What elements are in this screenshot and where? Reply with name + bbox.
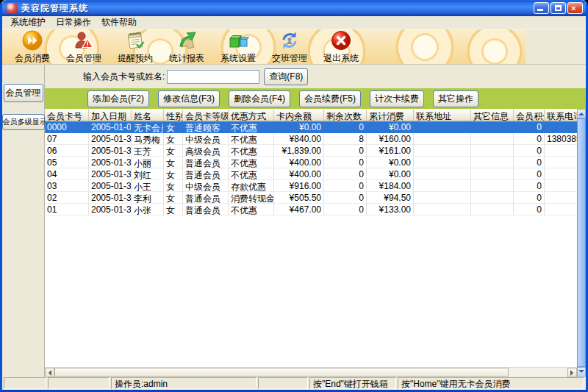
cell: 02 bbox=[45, 192, 89, 204]
sidebar-member-manage-button[interactable]: 会员管理 bbox=[4, 84, 43, 102]
cell: 李利 bbox=[132, 192, 164, 204]
status-operator: 操作员:admin bbox=[111, 377, 257, 389]
cell: 01 bbox=[45, 204, 89, 215]
add-member-button[interactable]: 添加会员(F2) bbox=[87, 90, 149, 107]
count-card-renew-button[interactable]: 计次卡续费 bbox=[370, 90, 424, 107]
cell bbox=[471, 145, 514, 157]
close-button[interactable]: × bbox=[567, 2, 583, 14]
column-header-total-spent[interactable]: 累计消费 bbox=[367, 109, 414, 121]
toolbar-member-consume[interactable]: 会员消费 bbox=[7, 29, 58, 65]
column-header-other-info[interactable]: 其它信息 bbox=[471, 109, 514, 121]
cell: 不优惠 bbox=[229, 121, 274, 133]
member-manage-icon bbox=[73, 29, 95, 51]
cell: 高级会员 bbox=[183, 145, 229, 157]
cell: ¥184.00 bbox=[367, 180, 414, 192]
table-row[interactable]: 042005-01-31刘红女普通会员不优惠¥400.000¥0.000 bbox=[45, 168, 577, 180]
cell bbox=[545, 168, 577, 180]
cell: 0 bbox=[514, 204, 545, 215]
table-row[interactable]: 032005-01-31小王女中级会员存款优惠¥916.000¥184.000 bbox=[45, 180, 577, 192]
toolbar-system-settings[interactable]: 系统设置 bbox=[212, 29, 264, 65]
maximize-button[interactable] bbox=[551, 2, 566, 14]
cell: 不优惠 bbox=[229, 204, 274, 215]
cell: ¥840.00 bbox=[274, 133, 324, 145]
member-table: 会员卡号 加入日期 姓名 性别 会员卡等级 优惠方式 卡内余额 剩余次数 累计消… bbox=[45, 109, 586, 377]
column-header-join-date[interactable]: 加入日期 bbox=[89, 109, 132, 121]
vertical-scroll-thumb[interactable] bbox=[577, 118, 586, 367]
search-bar: 输入会员卡号或姓名: 查询(F8) bbox=[45, 65, 586, 88]
column-header-name[interactable]: 姓名 bbox=[132, 109, 164, 121]
cell bbox=[471, 180, 514, 192]
column-header-gender[interactable]: 性别 bbox=[164, 109, 183, 121]
menu-item-daily-operation[interactable]: 日常操作 bbox=[51, 15, 96, 29]
menu-item-system-maintenance[interactable]: 系统维护 bbox=[5, 15, 51, 29]
cell: 刘红 bbox=[132, 168, 164, 180]
column-header-card-no[interactable]: 会员卡号 bbox=[45, 109, 89, 121]
column-header-balance[interactable]: 卡内余额 bbox=[274, 109, 324, 121]
toolbar-statistics-report[interactable]: 统计报表 bbox=[161, 29, 212, 65]
system-settings-icon bbox=[227, 29, 249, 51]
scroll-down-button[interactable] bbox=[577, 367, 586, 377]
table-row[interactable]: 012005-01-31小张女普通会员不优惠¥467.000¥133.000 bbox=[45, 204, 577, 215]
horizontal-scroll-track[interactable] bbox=[509, 368, 567, 377]
horizontal-scrollbar[interactable] bbox=[45, 367, 577, 377]
column-header-points[interactable]: 会员积分 bbox=[514, 109, 545, 121]
scroll-left-button[interactable] bbox=[45, 368, 54, 377]
sidebar: 会员管理 会员多级显示 bbox=[2, 65, 45, 377]
query-button[interactable]: 查询(F8) bbox=[264, 68, 308, 85]
table-row[interactable]: 022005-01-31李利女普通会员消费转现金¥505.500¥94.500 bbox=[45, 192, 577, 204]
column-header-phone[interactable]: 联系电话 bbox=[545, 109, 577, 121]
vertical-scrollbar[interactable] bbox=[577, 109, 586, 377]
column-header-card-level[interactable]: 会员卡等级 bbox=[183, 109, 229, 121]
column-header-discount[interactable]: 优惠方式 bbox=[229, 109, 274, 121]
statusbar: 操作员:admin 按"End"键打开钱箱 按"Home"键用无卡会员消费 bbox=[2, 377, 586, 390]
statistics-report-icon bbox=[176, 29, 198, 51]
table-row[interactable]: 00002005-01-01无卡会员女普通顾客不优惠¥0.000¥0.000 bbox=[45, 121, 577, 133]
cell: 无卡会员 bbox=[132, 121, 164, 133]
table-row[interactable]: 072005-01-31马秀梅女中级会员不优惠¥840.008¥160.0001… bbox=[45, 133, 577, 145]
cell: 存款优惠 bbox=[229, 180, 274, 192]
cell: 女 bbox=[164, 192, 183, 204]
minimize-button[interactable] bbox=[534, 2, 549, 14]
toolbar-exit-system[interactable]: 退出系统 bbox=[315, 29, 367, 65]
column-header-address[interactable]: 联系地址 bbox=[414, 109, 471, 121]
table-row[interactable]: 062005-01-31王芳女高级会员不优惠¥1,839.000¥161.000 bbox=[45, 145, 577, 157]
column-header-remaining[interactable]: 剩余次数 bbox=[324, 109, 367, 121]
cell: ¥400.00 bbox=[274, 168, 324, 180]
cell: 女 bbox=[164, 157, 183, 168]
member-renew-button[interactable]: 会员续费(F5) bbox=[299, 90, 361, 107]
cell: 0 bbox=[514, 157, 545, 168]
cell: 0 bbox=[324, 157, 367, 168]
toolbar-remind-appointment[interactable]: 提醒预约 bbox=[110, 29, 161, 65]
scroll-left-icon bbox=[46, 370, 51, 376]
scroll-up-button[interactable] bbox=[577, 109, 586, 118]
cell: 不优惠 bbox=[229, 133, 274, 145]
cell: 女 bbox=[164, 145, 183, 157]
cell: 王芳 bbox=[132, 145, 164, 157]
sidebar-member-multilevel-button[interactable]: 会员多级显示 bbox=[2, 114, 45, 130]
other-operations-button[interactable]: 其它操作 bbox=[433, 90, 478, 107]
close-icon: × bbox=[571, 4, 576, 13]
toolbar-shift-manage[interactable]: 交班管理 bbox=[264, 29, 315, 65]
horizontal-scroll-thumb[interactable] bbox=[54, 368, 509, 377]
cell: 马秀梅 bbox=[132, 133, 164, 145]
toolbar-label: 提醒预约 bbox=[118, 52, 153, 65]
member-search-input[interactable] bbox=[167, 70, 259, 84]
toolbar-member-manage[interactable]: 会员管理 bbox=[58, 29, 110, 65]
cell: 普通会员 bbox=[183, 192, 229, 204]
cell: 05 bbox=[45, 157, 89, 168]
cell: 0 bbox=[324, 168, 367, 180]
delete-member-button[interactable]: 删除会员(F4) bbox=[229, 90, 290, 107]
cell bbox=[414, 192, 471, 204]
scroll-right-button[interactable] bbox=[567, 368, 577, 377]
cell: ¥0.00 bbox=[274, 121, 324, 133]
cell bbox=[414, 133, 471, 145]
cell: ¥916.00 bbox=[274, 180, 324, 192]
exit-system-icon bbox=[330, 29, 352, 51]
edit-info-button[interactable]: 修改信息(F3) bbox=[158, 90, 220, 107]
cell: 2005-01-31 bbox=[89, 192, 132, 204]
menu-item-software-help[interactable]: 软件帮助 bbox=[96, 15, 142, 29]
scroll-right-icon bbox=[570, 370, 576, 376]
table-row[interactable]: 052005-01-31小丽女普通会员不优惠¥400.000¥0.000 bbox=[45, 157, 577, 168]
cell: 小王 bbox=[132, 180, 164, 192]
cell: 2005-01-31 bbox=[89, 145, 132, 157]
